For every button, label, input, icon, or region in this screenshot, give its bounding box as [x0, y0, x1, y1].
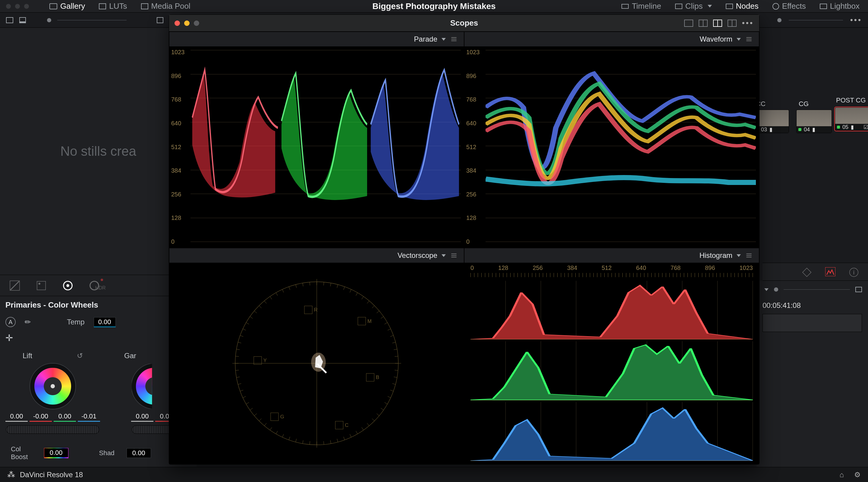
node-05-num: 05: [842, 124, 848, 130]
lightbox-icon: [820, 4, 827, 9]
mini-timeline: 00:05:41:08: [756, 281, 868, 467]
histogram-g: [470, 341, 753, 400]
parade-label: Parade: [414, 35, 437, 43]
opacity-dot[interactable]: [47, 18, 51, 22]
chevron-down-icon[interactable]: [764, 288, 769, 291]
svg-line-61: [289, 287, 290, 290]
svg-line-54: [250, 317, 253, 318]
more-menu-icon[interactable]: •••: [850, 15, 862, 25]
auto-balance-button[interactable]: A: [5, 317, 16, 327]
wheels-icon[interactable]: [62, 280, 73, 291]
layout-2up-icon[interactable]: [699, 20, 708, 27]
lift-y[interactable]: 0.00: [5, 412, 28, 422]
svg-line-74: [372, 306, 374, 308]
lift-r[interactable]: -0.00: [30, 412, 52, 422]
histogram-b: [470, 402, 753, 461]
histogram-r: [470, 281, 753, 340]
close-dot[interactable]: [6, 4, 11, 9]
effects-label: Effects: [782, 1, 806, 11]
right-slider[interactable]: [789, 20, 843, 21]
hdr-wheels-icon[interactable]: HDR: [89, 280, 100, 291]
gamma-y[interactable]: 0.00: [131, 412, 153, 422]
timeline-tab[interactable]: Timeline: [619, 0, 663, 12]
svg-line-81: [394, 349, 397, 350]
svg-line-50: [238, 342, 241, 343]
node-graph[interactable]: CC 03▮ CG 04▮ POST CG 05▮☑: [753, 100, 868, 135]
zoom-icon[interactable]: [194, 21, 199, 26]
lift-b[interactable]: -0.01: [78, 412, 100, 422]
svg-line-38: [259, 418, 261, 421]
reset-icon[interactable]: ↺: [77, 352, 83, 360]
svg-line-73: [367, 301, 369, 304]
layout-1up-icon[interactable]: [684, 20, 693, 27]
settings-icon[interactable]: [450, 35, 458, 43]
settings-icon[interactable]: ⚙: [854, 471, 861, 479]
settings-icon[interactable]: [745, 252, 753, 259]
lift-wheel[interactable]: [30, 364, 75, 409]
zoom-dot[interactable]: [24, 4, 29, 9]
svg-line-69: [343, 287, 344, 290]
timeline-zoom-slider[interactable]: [784, 289, 850, 290]
lift-jog[interactable]: [6, 425, 99, 434]
svg-rect-89: [335, 421, 343, 429]
min-dot[interactable]: [15, 4, 20, 9]
temp-input[interactable]: 0.00: [94, 317, 116, 327]
waveform-yaxis: 10238967686405123842561280: [466, 49, 480, 245]
node-cc-label: CC: [756, 100, 789, 108]
lift-g[interactable]: 0.00: [54, 412, 76, 422]
svg-line-41: [246, 403, 249, 404]
clips-tab[interactable]: Clips: [673, 0, 714, 12]
close-icon[interactable]: [175, 21, 180, 26]
opacity-slider[interactable]: [57, 20, 127, 21]
home-icon[interactable]: ⌂: [840, 471, 844, 479]
info-icon[interactable]: i: [849, 267, 859, 276]
lightbox-tab[interactable]: Lightbox: [817, 0, 862, 12]
chevron-down-icon[interactable]: [441, 254, 446, 257]
right-dot[interactable]: [777, 18, 781, 22]
chevron-down-icon[interactable]: [737, 254, 741, 257]
timeline-opts-icon[interactable]: [855, 287, 862, 292]
nodes-tab[interactable]: Nodes: [723, 0, 761, 12]
timecode[interactable]: 00:05:41:08: [763, 301, 862, 310]
settings-icon[interactable]: [450, 252, 458, 259]
scopes-icon[interactable]: [825, 267, 835, 276]
gallery-tab[interactable]: Gallery: [47, 0, 87, 12]
target-icon[interactable]: ✛: [5, 332, 13, 343]
node-05[interactable]: 05▮☑: [835, 107, 868, 131]
colboost-input[interactable]: 0.00: [44, 448, 68, 458]
minimize-icon[interactable]: [184, 21, 190, 26]
svg-text:i: i: [853, 269, 855, 276]
qualifier-icon[interactable]: [36, 280, 47, 291]
sort-icon[interactable]: [157, 17, 163, 23]
panel-layout-icon[interactable]: [6, 17, 13, 23]
scopes-titlebar[interactable]: Scopes •••: [169, 15, 759, 32]
svg-line-58: [270, 296, 272, 299]
curves-icon[interactable]: [9, 280, 21, 291]
luts-tab[interactable]: LUTs: [96, 0, 129, 12]
scopes-more-icon[interactable]: •••: [742, 19, 754, 28]
mediapool-tab[interactable]: Media Pool: [138, 0, 193, 12]
svg-text:C: C: [345, 422, 348, 428]
keyframes-icon[interactable]: [802, 267, 812, 276]
node-04[interactable]: 04▮: [796, 110, 832, 133]
chevron-down-icon[interactable]: [737, 38, 741, 41]
scopes-window: Scopes ••• Parade 1023896768640512384256…: [169, 14, 760, 464]
picker-icon[interactable]: ✎: [23, 317, 33, 327]
layout-alt-icon[interactable]: [727, 20, 737, 27]
effects-tab[interactable]: Effects: [770, 0, 808, 12]
clip-strip[interactable]: [763, 314, 862, 332]
settings-icon[interactable]: [745, 35, 753, 43]
svg-line-33: [289, 437, 290, 440]
svg-line-32: [296, 439, 296, 442]
shad-input[interactable]: 0.00: [127, 448, 151, 458]
parade-scope: Parade 10238967686405123842561280: [169, 32, 464, 248]
chevron-down-icon[interactable]: [441, 38, 446, 41]
svg-line-20: [372, 418, 374, 421]
layout-4up-icon[interactable]: [713, 20, 722, 27]
svg-line-15: [390, 390, 393, 391]
histogram-axis: 01282563845126407688961023: [470, 264, 753, 271]
import-icon[interactable]: [19, 17, 26, 23]
svg-line-13: [394, 377, 397, 378]
svg-point-4: [66, 284, 69, 287]
timeline-dot[interactable]: [774, 287, 778, 292]
